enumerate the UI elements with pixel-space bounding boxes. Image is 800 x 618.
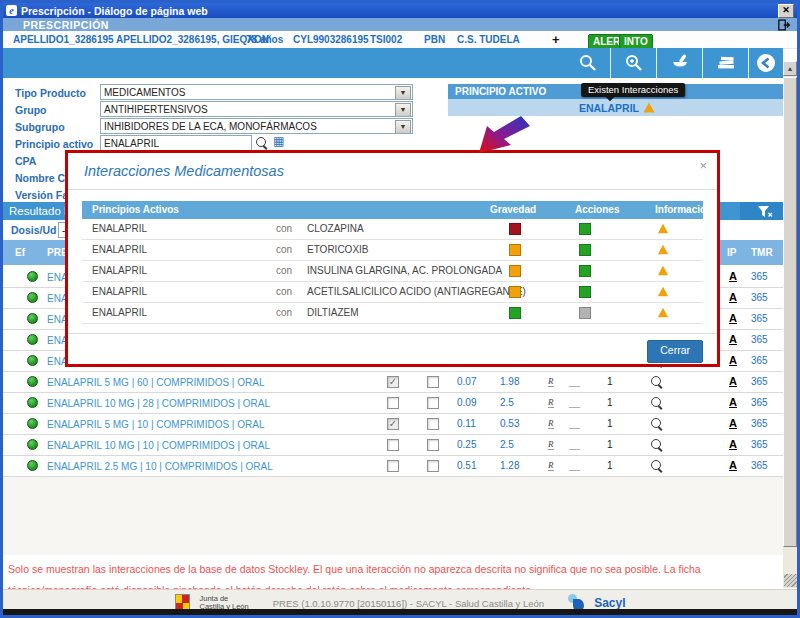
interaction-row: ENALAPRIL con INSULINA GLARGINA, AC. PRO… [82, 261, 703, 282]
principio-activo-link[interactable]: ENALAPRIL [579, 102, 639, 114]
scrollbar-thumb[interactable] [783, 77, 797, 547]
checkbox-secondary[interactable] [427, 376, 439, 388]
product-link[interactable]: ENALAPRIL 5 MG | 10 | COMPRIMIDOS | ORAL [47, 419, 264, 430]
badge-into[interactable]: INTO [619, 34, 653, 49]
grid-lookup-icon[interactable]: ▦ [273, 134, 284, 148]
interaction-row: ENALAPRIL con ACETILSALICILICO ACIDO (AN… [82, 282, 703, 303]
status-dot-icon [27, 439, 38, 450]
price-unit: 0.09 [457, 397, 476, 408]
field-search-icon[interactable] [256, 137, 269, 150]
mcol-acciones: Acciones [575, 204, 619, 215]
rx-symbol: R [548, 418, 554, 429]
tmr-value: 365 [751, 418, 768, 429]
ip-link[interactable]: A [729, 333, 737, 345]
ip-link[interactable]: A [729, 291, 737, 303]
select-subgrupo[interactable]: INHIBIDORES DE LA ECA, MONOFÁRMACOS▼ [100, 118, 413, 134]
plus-icon[interactable]: + [552, 32, 560, 47]
row-search-icon[interactable] [651, 397, 664, 410]
checkbox-primary[interactable] [387, 460, 399, 472]
books-icon[interactable] [702, 48, 748, 78]
rx-symbol: R [548, 397, 554, 408]
drug-b: ETORICOXIB [307, 244, 369, 255]
checkbox-secondary[interactable] [427, 439, 439, 451]
row-search-icon[interactable] [651, 376, 664, 389]
info-warning-icon[interactable] [658, 245, 668, 254]
interaction-row: ENALAPRIL con DILTIAZEM [82, 303, 703, 324]
checkbox-primary[interactable] [387, 439, 399, 451]
cerrar-button[interactable]: Cerrar [647, 340, 703, 363]
filter-clear-icon[interactable] [740, 202, 789, 220]
info-warning-icon[interactable] [658, 224, 668, 233]
sacyl-brand: Sacyl [594, 596, 625, 610]
tmr-value: 365 [751, 334, 768, 345]
ip-link[interactable]: A [729, 459, 737, 471]
patient-tsi: TSI002 [370, 34, 402, 45]
price-pack: 1.98 [500, 376, 519, 387]
tmr-value: 365 [751, 292, 768, 303]
con-label: con [276, 244, 292, 255]
modal-close-icon[interactable]: × [699, 158, 707, 173]
tmr-value: 365 [751, 271, 768, 282]
row-search-icon[interactable] [651, 418, 664, 431]
principio-activo-input[interactable]: ENALAPRIL [100, 135, 252, 151]
checkbox-secondary[interactable] [427, 460, 439, 472]
product-link[interactable]: ENALAPRIL 5 MG | 60 | COMPRIMIDOS | ORAL [47, 377, 264, 388]
info-warning-icon[interactable] [658, 308, 668, 317]
quantity: 1 [607, 397, 613, 408]
quantity: 1 [607, 418, 613, 429]
rx-symbol: R [548, 439, 554, 450]
checkbox-primary[interactable] [387, 397, 399, 409]
row-search-icon[interactable] [651, 439, 664, 452]
pharmacy-mortar-icon[interactable] [656, 48, 702, 78]
ip-link[interactable]: A [729, 354, 737, 366]
empty-area [3, 467, 789, 555]
patient-age: 78 años [246, 34, 283, 45]
product-link[interactable]: ENALAPRIL 2.5 MG | 10 | COMPRIMIDOS | OR… [47, 461, 273, 472]
status-dot-icon [27, 292, 38, 303]
back-icon[interactable] [748, 48, 783, 78]
interaction-warning-icon[interactable] [644, 103, 655, 113]
checkbox-secondary[interactable] [427, 418, 439, 430]
label-tipo-producto: Tipo Producto [15, 87, 86, 99]
interaction-row: ENALAPRIL con ETORICOXIB [82, 240, 703, 261]
status-dot-icon [27, 397, 38, 408]
resize-grip-icon[interactable] [784, 574, 797, 587]
action-square [579, 307, 591, 319]
select-grupo[interactable]: ANTIHIPERTENSIVOS▼ [100, 101, 413, 117]
exit-icon[interactable] [778, 19, 791, 31]
tmr-value: 365 [751, 460, 768, 471]
window-close-button[interactable]: ✕ [778, 4, 794, 18]
product-link[interactable]: ENALAPRIL 10 MG | 28 | COMPRIMIDOS | ORA… [47, 398, 270, 409]
empty-value: __ [569, 460, 580, 471]
checkbox-secondary[interactable] [427, 397, 439, 409]
ip-link[interactable]: A [729, 270, 737, 282]
row-search-icon[interactable] [651, 460, 664, 473]
checkbox-primary[interactable] [387, 376, 399, 388]
select-tipo-producto[interactable]: MEDICAMENTOS▼ [100, 84, 413, 100]
window-title: Prescripción - Diálogo de página web [21, 5, 778, 17]
severity-square [509, 265, 521, 277]
modal-table-header: Principios Activos Gravedad Acciones Inf… [82, 201, 703, 219]
vertical-scrollbar[interactable]: ▲ [783, 61, 797, 588]
dropdown-arrow-icon[interactable]: ▼ [395, 86, 411, 100]
ip-link[interactable]: A [729, 396, 737, 408]
tmr-value: 365 [751, 397, 768, 408]
tmr-value: 365 [751, 439, 768, 450]
search-icon[interactable] [565, 48, 610, 78]
checkbox-primary[interactable] [387, 418, 399, 430]
dropdown-arrow-icon[interactable]: ▼ [395, 103, 411, 117]
scroll-up-icon[interactable]: ▲ [783, 61, 797, 76]
advanced-search-icon[interactable] [610, 48, 656, 78]
ip-link[interactable]: A [729, 438, 737, 450]
interaction-row: ENALAPRIL con CLOZAPINA [82, 219, 703, 240]
ip-link[interactable]: A [729, 375, 737, 387]
product-link[interactable]: ENALAPRIL 10 MG | 10 | COMPRIMIDOS | ORA… [47, 440, 270, 451]
mcol-informacion: Información [655, 204, 712, 215]
info-warning-icon[interactable] [658, 266, 668, 275]
ip-link[interactable]: A [729, 312, 737, 324]
prescription-window: e Prescripción - Diálogo de página web ✕… [0, 0, 800, 618]
dropdown-arrow-icon[interactable]: ▼ [395, 120, 411, 134]
ip-link[interactable]: A [729, 417, 737, 429]
info-warning-icon[interactable] [658, 287, 668, 296]
modal-rows: ENALAPRIL con CLOZAPINA ENALAPRIL con ET… [82, 219, 703, 324]
